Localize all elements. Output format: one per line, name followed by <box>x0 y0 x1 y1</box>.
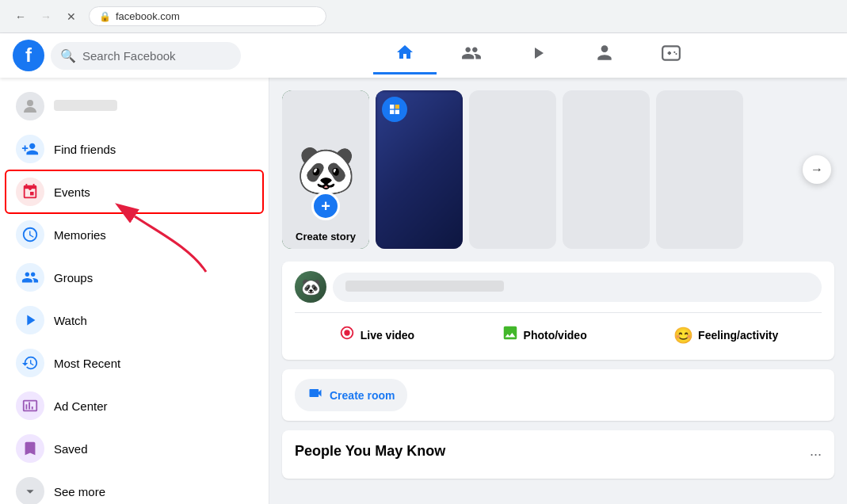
feeling-icon: 😊 <box>673 326 693 345</box>
friends-icon <box>461 43 482 68</box>
see-more-icon <box>16 477 44 504</box>
search-input[interactable] <box>82 49 231 63</box>
watch-sidebar-icon <box>16 306 44 334</box>
groups-icon <box>16 263 44 292</box>
lock-icon: 🔒 <box>99 11 111 22</box>
sidebar-item-saved[interactable]: Saved <box>6 428 262 469</box>
groups-label: Groups <box>54 271 93 284</box>
most-recent-label: Most Recent <box>54 357 120 370</box>
facebook-app: f 🔍 <box>0 33 847 504</box>
people-header: People You May Know ... <box>295 443 822 460</box>
ad-center-icon <box>16 391 44 420</box>
create-story-card[interactable]: 🐼 + Create story <box>282 90 369 249</box>
most-recent-icon <box>16 349 44 377</box>
story-card-3[interactable] <box>563 90 650 249</box>
svg-point-4 <box>673 52 675 53</box>
photo-video-icon <box>502 324 519 346</box>
photo-video-btn[interactable]: Photo/video <box>492 319 597 350</box>
people-section: People You May Know ... <box>282 430 834 479</box>
create-room-icon <box>307 385 323 405</box>
stories-row: 🐼 + Create story → <box>282 90 834 249</box>
events-label: Events <box>54 185 90 199</box>
saved-label: Saved <box>54 442 88 456</box>
sidebar: Find friends Events Memories <box>0 78 269 504</box>
nav-gaming[interactable] <box>639 36 703 74</box>
svg-point-6 <box>27 100 33 106</box>
nav-home[interactable] <box>373 36 437 74</box>
sidebar-item-see-more[interactable]: See more <box>6 471 262 504</box>
svg-rect-11 <box>395 110 399 114</box>
see-more-label: See more <box>54 485 105 498</box>
svg-point-12 <box>344 330 349 335</box>
search-icon: 🔍 <box>60 48 76 63</box>
sidebar-item-most-recent[interactable]: Most Recent <box>6 342 262 384</box>
feeling-label: Feeling/activity <box>698 329 778 342</box>
post-user-avatar: 🐼 <box>295 271 326 303</box>
feeling-btn[interactable]: 😊 Feeling/activity <box>664 319 788 350</box>
watch-label: Watch <box>54 314 87 327</box>
sidebar-item-ad-center[interactable]: Ad Center <box>6 385 262 426</box>
svg-rect-8 <box>390 105 394 109</box>
live-video-icon <box>338 324 356 346</box>
post-box: 🐼 Live video <box>282 262 834 360</box>
ad-center-label: Ad Center <box>54 399 108 413</box>
post-box-top: 🐼 <box>295 271 822 303</box>
sidebar-item-watch[interactable]: Watch <box>6 300 262 341</box>
post-input[interactable] <box>333 273 822 302</box>
find-friends-icon <box>16 135 44 163</box>
svg-point-5 <box>675 53 677 55</box>
sidebar-item-memories[interactable]: Memories <box>6 214 262 255</box>
create-room-label: Create room <box>330 389 395 402</box>
browser-chrome: ← → ✕ 🔒 facebook.com <box>0 0 847 33</box>
nav-groups[interactable] <box>573 36 636 74</box>
profile-name <box>54 100 117 113</box>
create-story-label: Create story <box>282 231 369 242</box>
live-video-btn[interactable]: Live video <box>329 319 424 350</box>
gaming-icon <box>661 43 681 68</box>
stories-next-button[interactable]: → <box>803 155 831 184</box>
watch-icon <box>528 44 547 67</box>
events-icon <box>16 178 44 206</box>
nav-center <box>373 36 703 74</box>
memories-label: Memories <box>54 228 106 242</box>
groups-icon <box>594 43 615 68</box>
svg-rect-9 <box>395 105 399 109</box>
people-more-btn[interactable]: ... <box>810 443 822 460</box>
photo-video-label: Photo/video <box>524 329 587 342</box>
saved-icon <box>16 434 44 463</box>
sidebar-profile[interactable] <box>6 86 262 127</box>
live-video-label: Live video <box>361 329 414 342</box>
find-friends-label: Find friends <box>54 143 116 156</box>
create-story-plus-btn[interactable]: + <box>311 192 340 220</box>
story-card-1[interactable] <box>376 90 463 249</box>
back-button[interactable]: ← <box>10 6 32 28</box>
nav-buttons: ← → ✕ <box>10 6 82 28</box>
forward-button[interactable]: → <box>35 6 57 28</box>
sidebar-item-find-friends[interactable]: Find friends <box>6 128 262 170</box>
svg-point-0 <box>601 45 608 52</box>
top-nav: f 🔍 <box>0 33 847 78</box>
post-placeholder <box>345 281 504 292</box>
story-card-2[interactable] <box>469 90 556 249</box>
create-room-btn[interactable]: Create room <box>295 379 407 411</box>
sidebar-item-events[interactable]: Events <box>6 171 262 212</box>
address-bar[interactable]: 🔒 facebook.com <box>89 6 326 26</box>
main-content: 🐼 + Create story → <box>269 78 847 504</box>
url-text: facebook.com <box>116 10 180 22</box>
home-icon <box>395 43 414 67</box>
profile-avatar <box>16 92 44 120</box>
story-card-4[interactable] <box>656 90 743 249</box>
svg-rect-10 <box>390 110 394 114</box>
sidebar-item-groups[interactable]: Groups <box>6 257 262 298</box>
memories-icon <box>16 220 44 249</box>
story-avatar-1 <box>382 97 407 122</box>
nav-friends[interactable] <box>440 36 503 74</box>
search-bar[interactable]: 🔍 <box>51 42 241 70</box>
post-actions: Live video Photo/video 😊 Feeling/activit… <box>295 312 822 350</box>
nav-watch[interactable] <box>506 36 570 74</box>
people-title: People You May Know <box>295 443 445 460</box>
close-button[interactable]: ✕ <box>60 6 82 28</box>
create-room-box: Create room <box>282 369 834 421</box>
panda-image: 🐼 <box>282 90 369 249</box>
facebook-logo[interactable]: f <box>13 40 44 71</box>
